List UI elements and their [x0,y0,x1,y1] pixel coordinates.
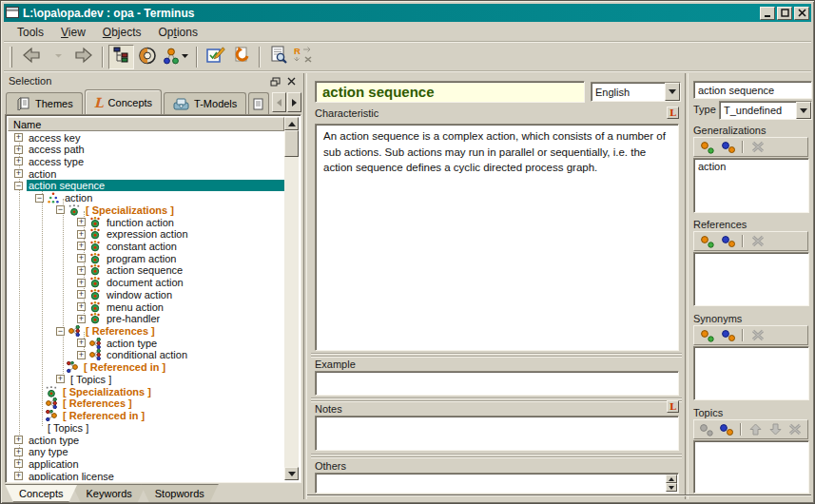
tree-item-label[interactable]: action sequence [27,180,284,191]
section-splitter[interactable] [311,397,682,403]
tab-partial[interactable] [248,92,269,114]
view-report-button[interactable] [265,45,291,69]
tree-item-label[interactable]: [ References ] [61,397,134,409]
scroll-down-button[interactable] [666,483,677,492]
tree-expander-plus[interactable]: + [14,436,23,444]
tree-item-label[interactable]: access key [27,132,82,144]
link-node-button[interactable] [718,139,738,155]
tree-item-label[interactable]: [ Referenced in ] [61,410,146,421]
tree-item-label[interactable]: program action [105,253,178,264]
tree-item-label[interactable]: menu action [105,301,165,313]
bottom-tab-stopwords[interactable]: Stopwords [141,484,219,502]
minimize-button[interactable] [760,7,775,20]
concept-nodes-button[interactable] [160,45,191,69]
toolbar-grip[interactable] [10,47,12,68]
tree-expander-plus[interactable]: + [14,169,23,178]
link-node-button[interactable] [718,327,738,343]
tab-t-models[interactable]: T-Models [164,92,246,114]
tree-expander-plus[interactable]: + [14,133,23,142]
others-scrollbar[interactable] [666,475,677,492]
menu-item-objects[interactable]: Objects [97,25,147,40]
move-up-button[interactable] [746,421,765,437]
characteristic-textarea[interactable]: An action sequence is a complex action, … [315,124,679,351]
edit-object-button[interactable] [203,45,228,69]
tree-item-label[interactable]: [ Referenced in ] [82,361,167,373]
tree-expander-plus[interactable]: + [77,290,86,299]
globe-button[interactable] [134,45,160,69]
tree-expander-plus[interactable]: + [14,145,23,154]
tree-item-label[interactable]: function action [105,217,176,228]
scrollbar-thumb[interactable] [284,130,299,157]
tree-expander-plus[interactable]: + [77,266,86,275]
tab-scroll-left-button[interactable] [272,92,286,112]
tree-expander-plus[interactable]: + [77,230,86,239]
tree-view-button[interactable] [108,45,134,69]
tree-item-label[interactable]: conditional action [105,349,189,360]
term-name-field[interactable] [693,81,812,99]
tree-expander-plus[interactable]: + [14,459,23,468]
others-textarea[interactable] [315,473,679,494]
scroll-down-button[interactable] [284,467,299,480]
section-splitter[interactable] [311,454,682,459]
panel-close-button[interactable] [284,75,298,87]
tree-item-label[interactable]: pre-handler [105,313,162,324]
tab-concepts[interactable]: LConcepts [85,89,162,114]
tree-item-label[interactable]: application [27,458,81,470]
panel-float-button[interactable] [268,75,281,87]
move-down-button[interactable] [766,421,785,437]
tree-item-label[interactable]: window action [105,289,174,300]
bottom-tab-keywords[interactable]: Keywords [71,484,146,502]
tree-item-label[interactable]: access path [27,144,87,155]
maximize-button[interactable] [777,7,792,20]
tree-expander-plus[interactable]: + [14,472,23,480]
revert-object-button[interactable] [228,45,254,69]
tree-expander-minus[interactable]: − [14,182,23,190]
tree-expander-plus[interactable]: + [14,157,23,165]
tree-item-label[interactable]: action type [27,435,81,446]
tree-expander-plus[interactable]: + [77,218,86,226]
tree-column-header-name[interactable]: Name [8,117,284,131]
link-node-button[interactable] [717,421,736,437]
delete-button[interactable] [747,233,767,249]
add-node-button[interactable] [697,233,717,249]
language-combobox[interactable]: English [591,82,681,102]
tree-item-label[interactable]: document action [105,277,185,288]
tree-expander-plus[interactable]: + [77,279,86,287]
tree-item-label[interactable]: action type [105,338,159,349]
type-combobox[interactable]: T_undefined [719,101,812,120]
example-textarea[interactable] [315,371,679,396]
notes-textarea[interactable] [315,416,679,451]
delete-button[interactable] [747,327,767,343]
tree-expander-minus[interactable]: − [56,327,65,336]
close-button[interactable] [794,7,809,20]
back-arrow-button[interactable] [18,45,45,69]
add-node-button[interactable] [697,421,716,437]
characteristic-language-button[interactable]: L [667,107,679,119]
tab-themes[interactable]: Themes [6,92,83,114]
language-dropdown-button[interactable] [665,83,680,101]
history-dropdown-button[interactable] [45,45,70,69]
tree-item-label[interactable]: any type [27,446,70,457]
tree-item-label[interactable]: [ Topics ] [46,422,90,434]
references-list[interactable] [693,252,809,306]
tree-item-label[interactable]: action [63,192,94,204]
forward-arrow-button[interactable] [70,45,97,69]
generalizations-list[interactable]: action [693,158,809,213]
delete-button[interactable] [786,421,805,437]
add-node-button[interactable] [697,139,717,155]
delete-button[interactable] [747,139,767,155]
tree-item-label[interactable]: access type [27,156,86,167]
bottom-tab-concepts[interactable]: Concepts [5,484,77,502]
tree-item-label[interactable]: [ References ] [84,325,157,337]
tree-expander-plus[interactable]: + [56,375,65,383]
menu-item-tools[interactable]: Tools [11,25,49,40]
tree-expander-minus[interactable]: − [35,194,44,203]
tree-vertical-scrollbar[interactable] [284,117,299,480]
tree-item-label[interactable]: application license [27,471,116,480]
topics-list[interactable] [693,440,809,494]
tree-expander-plus[interactable]: + [77,315,86,323]
tree-expander-plus[interactable]: + [77,339,86,347]
tree-expander-plus[interactable]: + [14,448,23,456]
tree-expander-plus[interactable]: + [77,351,86,359]
link-node-button[interactable] [718,233,738,249]
